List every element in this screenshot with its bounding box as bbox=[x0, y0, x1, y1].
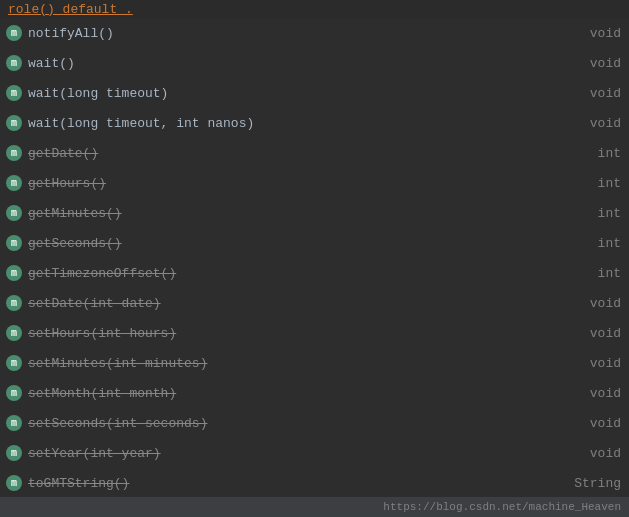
method-icon: m bbox=[6, 85, 22, 101]
top-bar: role() default . bbox=[0, 0, 629, 18]
return-type: void bbox=[590, 26, 621, 41]
list-item[interactable]: mwait(long timeout)void bbox=[0, 78, 629, 108]
list-item[interactable]: mgetDate()int bbox=[0, 138, 629, 168]
list-item-left: mgetHours() bbox=[6, 175, 106, 191]
method-icon: m bbox=[6, 415, 22, 431]
method-icon: m bbox=[6, 25, 22, 41]
top-bar-text: role() default . bbox=[8, 2, 133, 17]
method-name: getDate() bbox=[28, 146, 98, 161]
list-item-left: mtoGMTString() bbox=[6, 475, 129, 491]
list-item-left: msetHours(int hours) bbox=[6, 325, 176, 341]
list-item-left: mwait(long timeout, int nanos) bbox=[6, 115, 254, 131]
return-type: void bbox=[590, 446, 621, 461]
method-icon: m bbox=[6, 205, 22, 221]
list-item-left: mwait() bbox=[6, 55, 75, 71]
list-item-left: msetYear(int year) bbox=[6, 445, 161, 461]
list-item[interactable]: msetDate(int date)void bbox=[0, 288, 629, 318]
method-name: setSeconds(int seconds) bbox=[28, 416, 207, 431]
method-name: wait(long timeout, int nanos) bbox=[28, 116, 254, 131]
return-type: void bbox=[590, 386, 621, 401]
list-item[interactable]: mwait()void bbox=[0, 48, 629, 78]
return-type: String bbox=[574, 476, 621, 491]
method-name: notifyAll() bbox=[28, 26, 114, 41]
method-icon: m bbox=[6, 145, 22, 161]
list-item[interactable]: mtoGMTString()String bbox=[0, 468, 629, 498]
return-type: void bbox=[590, 416, 621, 431]
return-type: void bbox=[590, 116, 621, 131]
return-type: void bbox=[590, 326, 621, 341]
method-icon: m bbox=[6, 265, 22, 281]
list-item-left: msetMonth(int month) bbox=[6, 385, 176, 401]
method-icon: m bbox=[6, 295, 22, 311]
method-name: setHours(int hours) bbox=[28, 326, 176, 341]
method-icon: m bbox=[6, 175, 22, 191]
list-item[interactable]: msetMonth(int month)void bbox=[0, 378, 629, 408]
return-type: void bbox=[590, 56, 621, 71]
tooltip-bar: https://blog.csdn.net/machine_Heaven bbox=[0, 497, 629, 517]
method-icon: m bbox=[6, 475, 22, 491]
list-item-left: msetMinutes(int minutes) bbox=[6, 355, 207, 371]
return-type: void bbox=[590, 296, 621, 311]
method-name: wait() bbox=[28, 56, 75, 71]
return-type: void bbox=[590, 356, 621, 371]
return-type: int bbox=[598, 176, 621, 191]
list-item[interactable]: mnotifyAll()void bbox=[0, 18, 629, 48]
method-name: getMinutes() bbox=[28, 206, 122, 221]
method-icon: m bbox=[6, 445, 22, 461]
list-item-left: mgetDate() bbox=[6, 145, 98, 161]
list-item[interactable]: mgetMinutes()int bbox=[0, 198, 629, 228]
method-name: setMonth(int month) bbox=[28, 386, 176, 401]
return-type: int bbox=[598, 146, 621, 161]
list-item-left: mgetSeconds() bbox=[6, 235, 122, 251]
method-icon: m bbox=[6, 235, 22, 251]
list-item[interactable]: mgetHours()int bbox=[0, 168, 629, 198]
method-name: setYear(int year) bbox=[28, 446, 161, 461]
method-icon: m bbox=[6, 355, 22, 371]
list-item[interactable]: msetSeconds(int seconds)void bbox=[0, 408, 629, 438]
list-item[interactable]: msetHours(int hours)void bbox=[0, 318, 629, 348]
method-icon: m bbox=[6, 385, 22, 401]
method-name: wait(long timeout) bbox=[28, 86, 168, 101]
method-name: getTimezoneOffset() bbox=[28, 266, 176, 281]
method-icon: m bbox=[6, 325, 22, 341]
list-item[interactable]: mwait(long timeout, int nanos)void bbox=[0, 108, 629, 138]
method-icon: m bbox=[6, 115, 22, 131]
return-type: int bbox=[598, 236, 621, 251]
list-item[interactable]: msetYear(int year)void bbox=[0, 438, 629, 468]
list-item-left: mwait(long timeout) bbox=[6, 85, 168, 101]
list-item[interactable]: msetMinutes(int minutes)void bbox=[0, 348, 629, 378]
list-item-left: mgetMinutes() bbox=[6, 205, 122, 221]
return-type: void bbox=[590, 86, 621, 101]
autocomplete-list: mnotifyAll()voidmwait()voidmwait(long ti… bbox=[0, 18, 629, 517]
method-name: toGMTString() bbox=[28, 476, 129, 491]
return-type: int bbox=[598, 266, 621, 281]
method-name: getSeconds() bbox=[28, 236, 122, 251]
method-name: setDate(int date) bbox=[28, 296, 161, 311]
list-item[interactable]: mgetTimezoneOffset()int bbox=[0, 258, 629, 288]
list-item[interactable]: mgetSeconds()int bbox=[0, 228, 629, 258]
return-type: int bbox=[598, 206, 621, 221]
list-item-left: mnotifyAll() bbox=[6, 25, 114, 41]
list-item-left: msetSeconds(int seconds) bbox=[6, 415, 207, 431]
method-name: getHours() bbox=[28, 176, 106, 191]
tooltip-text: https://blog.csdn.net/machine_Heaven bbox=[383, 501, 621, 513]
list-item-left: mgetTimezoneOffset() bbox=[6, 265, 176, 281]
method-name: setMinutes(int minutes) bbox=[28, 356, 207, 371]
method-icon: m bbox=[6, 55, 22, 71]
list-item-left: msetDate(int date) bbox=[6, 295, 161, 311]
